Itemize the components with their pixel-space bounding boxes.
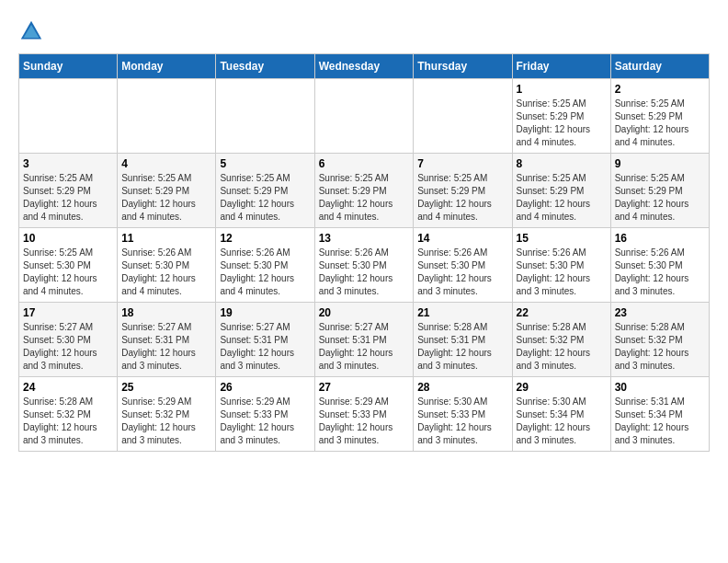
calendar-cell: 5Sunrise: 5:25 AM Sunset: 5:29 PM Daylig…: [216, 154, 314, 228]
day-info: Sunrise: 5:25 AM Sunset: 5:29 PM Dayligh…: [23, 172, 113, 224]
day-number: 16: [615, 232, 705, 245]
day-number: 30: [615, 381, 705, 394]
weekday-header-saturday: Saturday: [610, 54, 709, 79]
day-info: Sunrise: 5:27 AM Sunset: 5:31 PM Dayligh…: [220, 321, 310, 373]
calendar-cell: 6Sunrise: 5:25 AM Sunset: 5:29 PM Daylig…: [314, 154, 414, 228]
weekday-header-thursday: Thursday: [414, 54, 512, 79]
day-number: 28: [417, 381, 507, 394]
day-number: 25: [121, 381, 211, 394]
calendar-cell: [314, 79, 414, 154]
calendar-cell: 21Sunrise: 5:28 AM Sunset: 5:31 PM Dayli…: [414, 303, 512, 377]
day-info: Sunrise: 5:28 AM Sunset: 5:32 PM Dayligh…: [23, 396, 113, 447]
calendar-cell: 22Sunrise: 5:28 AM Sunset: 5:32 PM Dayli…: [512, 303, 610, 377]
weekday-header-sunday: Sunday: [19, 54, 118, 79]
calendar-week-5: 24Sunrise: 5:28 AM Sunset: 5:32 PM Dayli…: [19, 377, 710, 452]
day-number: 6: [319, 157, 410, 170]
calendar-cell: 9Sunrise: 5:25 AM Sunset: 5:29 PM Daylig…: [610, 154, 709, 228]
day-info: Sunrise: 5:26 AM Sunset: 5:30 PM Dayligh…: [417, 247, 507, 298]
day-info: Sunrise: 5:30 AM Sunset: 5:34 PM Dayligh…: [517, 396, 607, 447]
calendar-cell: 11Sunrise: 5:26 AM Sunset: 5:30 PM Dayli…: [118, 228, 216, 303]
calendar-cell: 8Sunrise: 5:25 AM Sunset: 5:29 PM Daylig…: [512, 154, 610, 228]
calendar-cell: 7Sunrise: 5:25 AM Sunset: 5:29 PM Daylig…: [414, 154, 512, 228]
calendar-cell: 10Sunrise: 5:25 AM Sunset: 5:30 PM Dayli…: [19, 228, 118, 303]
calendar-cell: [118, 79, 216, 154]
day-info: Sunrise: 5:28 AM Sunset: 5:32 PM Dayligh…: [615, 321, 705, 373]
day-info: Sunrise: 5:25 AM Sunset: 5:29 PM Dayligh…: [220, 172, 310, 224]
day-info: Sunrise: 5:25 AM Sunset: 5:29 PM Dayligh…: [417, 172, 507, 224]
day-info: Sunrise: 5:25 AM Sunset: 5:29 PM Dayligh…: [615, 172, 705, 224]
calendar-cell: 27Sunrise: 5:29 AM Sunset: 5:33 PM Dayli…: [314, 377, 414, 452]
calendar-cell: 16Sunrise: 5:26 AM Sunset: 5:30 PM Dayli…: [610, 228, 709, 303]
weekday-header-monday: Monday: [118, 54, 216, 79]
day-info: Sunrise: 5:31 AM Sunset: 5:34 PM Dayligh…: [615, 396, 705, 447]
day-info: Sunrise: 5:26 AM Sunset: 5:30 PM Dayligh…: [615, 247, 705, 298]
day-number: 9: [615, 157, 705, 170]
calendar-cell: 23Sunrise: 5:28 AM Sunset: 5:32 PM Dayli…: [610, 303, 709, 377]
day-info: Sunrise: 5:27 AM Sunset: 5:31 PM Dayligh…: [319, 321, 410, 373]
calendar-table: SundayMondayTuesdayWednesdayThursdayFrid…: [18, 53, 710, 452]
calendar-week-1: 1Sunrise: 5:25 AM Sunset: 5:29 PM Daylig…: [19, 79, 710, 154]
day-number: 22: [517, 306, 607, 319]
day-number: 15: [517, 232, 607, 245]
calendar-week-3: 10Sunrise: 5:25 AM Sunset: 5:30 PM Dayli…: [19, 228, 710, 303]
day-info: Sunrise: 5:28 AM Sunset: 5:31 PM Dayligh…: [417, 321, 507, 373]
day-number: 29: [517, 381, 607, 394]
calendar-cell: [216, 79, 314, 154]
calendar-header-row: SundayMondayTuesdayWednesdayThursdayFrid…: [19, 54, 710, 79]
calendar-cell: 28Sunrise: 5:30 AM Sunset: 5:33 PM Dayli…: [414, 377, 512, 452]
calendar-cell: 26Sunrise: 5:29 AM Sunset: 5:33 PM Dayli…: [216, 377, 314, 452]
calendar-cell: 2Sunrise: 5:25 AM Sunset: 5:29 PM Daylig…: [610, 79, 709, 154]
calendar-cell: 29Sunrise: 5:30 AM Sunset: 5:34 PM Dayli…: [512, 377, 610, 452]
day-info: Sunrise: 5:29 AM Sunset: 5:33 PM Dayligh…: [220, 396, 310, 447]
day-number: 27: [319, 381, 410, 394]
day-info: Sunrise: 5:30 AM Sunset: 5:33 PM Dayligh…: [417, 396, 507, 447]
day-info: Sunrise: 5:27 AM Sunset: 5:31 PM Dayligh…: [121, 321, 211, 373]
day-info: Sunrise: 5:26 AM Sunset: 5:30 PM Dayligh…: [121, 247, 211, 298]
day-info: Sunrise: 5:25 AM Sunset: 5:29 PM Dayligh…: [319, 172, 410, 224]
day-number: 5: [220, 157, 310, 170]
day-info: Sunrise: 5:25 AM Sunset: 5:30 PM Dayligh…: [23, 247, 113, 298]
day-number: 1: [517, 83, 607, 96]
day-number: 26: [220, 381, 310, 394]
day-info: Sunrise: 5:26 AM Sunset: 5:30 PM Dayligh…: [517, 247, 607, 298]
calendar-cell: 14Sunrise: 5:26 AM Sunset: 5:30 PM Dayli…: [414, 228, 512, 303]
day-number: 10: [23, 232, 113, 245]
calendar-cell: 15Sunrise: 5:26 AM Sunset: 5:30 PM Dayli…: [512, 228, 610, 303]
weekday-header-wednesday: Wednesday: [314, 54, 414, 79]
calendar-cell: 1Sunrise: 5:25 AM Sunset: 5:29 PM Daylig…: [512, 79, 610, 154]
day-number: 23: [615, 306, 705, 319]
day-number: 18: [121, 306, 211, 319]
day-number: 4: [121, 157, 211, 170]
day-number: 8: [517, 157, 607, 170]
day-number: 2: [615, 83, 705, 96]
day-info: Sunrise: 5:25 AM Sunset: 5:29 PM Dayligh…: [517, 172, 607, 224]
calendar-cell: 17Sunrise: 5:27 AM Sunset: 5:30 PM Dayli…: [19, 303, 118, 377]
logo-icon: [18, 18, 44, 44]
day-number: 24: [23, 381, 113, 394]
day-info: Sunrise: 5:25 AM Sunset: 5:29 PM Dayligh…: [615, 98, 705, 149]
calendar-cell: 12Sunrise: 5:26 AM Sunset: 5:30 PM Dayli…: [216, 228, 314, 303]
day-info: Sunrise: 5:26 AM Sunset: 5:30 PM Dayligh…: [319, 247, 410, 298]
weekday-header-tuesday: Tuesday: [216, 54, 314, 79]
day-info: Sunrise: 5:26 AM Sunset: 5:30 PM Dayligh…: [220, 247, 310, 298]
day-number: 7: [417, 157, 507, 170]
calendar-cell: 25Sunrise: 5:29 AM Sunset: 5:32 PM Dayli…: [118, 377, 216, 452]
day-info: Sunrise: 5:27 AM Sunset: 5:30 PM Dayligh…: [23, 321, 113, 373]
page-header: [18, 18, 710, 44]
day-number: 12: [220, 232, 310, 245]
calendar-cell: 18Sunrise: 5:27 AM Sunset: 5:31 PM Dayli…: [118, 303, 216, 377]
logo: [18, 18, 48, 44]
calendar-cell: 4Sunrise: 5:25 AM Sunset: 5:29 PM Daylig…: [118, 154, 216, 228]
day-info: Sunrise: 5:28 AM Sunset: 5:32 PM Dayligh…: [517, 321, 607, 373]
weekday-header-friday: Friday: [512, 54, 610, 79]
day-info: Sunrise: 5:29 AM Sunset: 5:32 PM Dayligh…: [121, 396, 211, 447]
calendar-cell: [414, 79, 512, 154]
day-info: Sunrise: 5:25 AM Sunset: 5:29 PM Dayligh…: [121, 172, 211, 224]
calendar-cell: [19, 79, 118, 154]
day-number: 14: [417, 232, 507, 245]
day-number: 20: [319, 306, 410, 319]
day-info: Sunrise: 5:29 AM Sunset: 5:33 PM Dayligh…: [319, 396, 410, 447]
calendar-cell: 13Sunrise: 5:26 AM Sunset: 5:30 PM Dayli…: [314, 228, 414, 303]
day-info: Sunrise: 5:25 AM Sunset: 5:29 PM Dayligh…: [517, 98, 607, 149]
calendar-cell: 3Sunrise: 5:25 AM Sunset: 5:29 PM Daylig…: [19, 154, 118, 228]
